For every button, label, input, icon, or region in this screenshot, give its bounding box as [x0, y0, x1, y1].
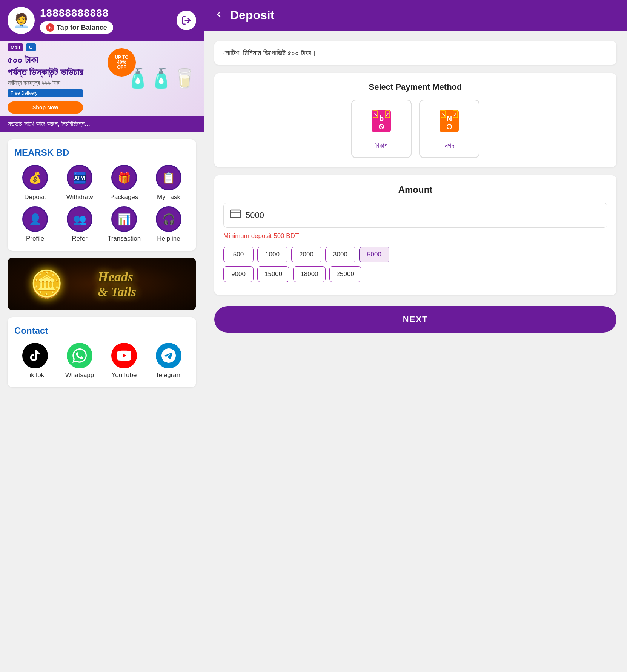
quick-15000[interactable]: 15000 [257, 266, 289, 282]
deposit-icon: 💰 [22, 165, 48, 190]
quick-5000[interactable]: 5000 [359, 247, 389, 262]
amount-input-row [223, 203, 607, 228]
menu-item-mytask[interactable]: 📋 My Task [148, 165, 189, 201]
bkash-label: বিকাশ [375, 142, 387, 150]
mall-tag: Mall [8, 43, 23, 51]
packages-icon: 🎁 [111, 165, 137, 190]
mytask-icon: 📋 [156, 165, 181, 190]
unilever-tag: U [26, 43, 35, 51]
tiktok-label: TikTok [26, 371, 45, 379]
whatsapp-icon [67, 343, 92, 368]
header-left: 🧑‍💼 18888888888 b Tap for Balance [8, 7, 113, 34]
contact-title: Contact [14, 325, 189, 336]
contact-whatsapp[interactable]: Whatsapp [59, 343, 100, 379]
quick-18000[interactable]: 18000 [293, 266, 325, 282]
banner-subtitle: সর্বনিম্ন ক্রয়মূল্য ৯৯৯ টাকা [8, 80, 83, 86]
refer-label: Refer [72, 235, 88, 242]
quick-25000[interactable]: 25000 [329, 266, 361, 282]
shop-now-button[interactable]: Shop Now [8, 101, 83, 114]
mytask-label: My Task [157, 193, 180, 201]
quick-3000[interactable]: 3000 [325, 247, 355, 262]
contact-telegram[interactable]: Telegram [148, 343, 189, 379]
payment-option-bkash[interactable]: b বিকাশ [351, 100, 412, 158]
banner-mall-row: Mall U [8, 43, 83, 51]
notice-text: নোটিশ: মিনিমাম ডিপোজিট ৫০০ টাকা। [223, 49, 316, 57]
icon-grid: 💰 Deposit 🏧 Withdraw 🎁 Packages 📋 My Tas… [14, 165, 189, 242]
profile-label: Profile [26, 235, 44, 242]
whatsapp-label: Whatsapp [65, 371, 94, 379]
payment-methods: b বিকাশ [223, 100, 607, 158]
helpline-icon: 🎧 [156, 206, 181, 232]
quick-amounts-row-2: 9000 15000 18000 25000 [223, 266, 607, 282]
app-header: 🧑‍💼 18888888888 b Tap for Balance [0, 0, 204, 41]
quick-2000[interactable]: 2000 [291, 247, 321, 262]
menu-item-packages[interactable]: 🎁 Packages [103, 165, 145, 201]
badge-off: OFF [117, 65, 126, 70]
next-button[interactable]: NEXT [214, 306, 616, 333]
menu-item-profile[interactable]: 👤 Profile [14, 206, 56, 242]
transaction-label: Transaction [108, 235, 141, 242]
mearsk-title: MEARSK BD [14, 147, 189, 158]
svg-rect-16 [230, 210, 241, 218]
menu-item-refer[interactable]: 👥 Refer [59, 206, 100, 242]
youtube-icon [111, 343, 137, 368]
withdraw-icon: 🏧 [67, 165, 92, 190]
free-delivery-tag: Free Delivery [8, 89, 83, 97]
deposit-label: Deposit [24, 193, 46, 201]
back-button[interactable] [214, 9, 223, 21]
deposit-header: Deposit [204, 0, 627, 31]
ticker-bar: সততার সাথে কাজ করুন, নিরবিচ্ছিন্ন... [0, 116, 204, 132]
right-panel: Deposit নোটিশ: মিনিমাম ডিপোজিট ৫০০ টাকা।… [204, 0, 627, 672]
discount-badge: UP TO 40% OFF [108, 48, 136, 77]
deposit-title: Deposit [230, 8, 274, 22]
banner-title-line2: পর্যন্ত ডিস্কাউন্ট ভাউচার [8, 66, 83, 78]
logout-button[interactable] [177, 11, 196, 30]
game-subtitle: & Tails [98, 285, 136, 299]
ticker-text: সততার সাথে কাজ করুন, নিরবিচ্ছিন্ন... [8, 120, 90, 127]
menu-item-withdraw[interactable]: 🏧 Withdraw [59, 165, 100, 201]
quick-9000[interactable]: 9000 [223, 266, 254, 282]
banner-products: 🧴🧴🥛 [126, 68, 196, 89]
header-info: 18888888888 b Tap for Balance [40, 7, 113, 34]
balance-button[interactable]: b Tap for Balance [40, 21, 113, 34]
menu-item-helpline[interactable]: 🎧 Helpline [148, 206, 189, 242]
withdraw-label: Withdraw [66, 193, 93, 201]
payment-box: Select Payment Method b [214, 73, 616, 167]
contact-grid: TikTok Whatsapp YouTube [14, 343, 189, 379]
menu-item-deposit[interactable]: 💰 Deposit [14, 165, 56, 201]
left-panel: 🧑‍💼 18888888888 b Tap for Balance Mall U… [0, 0, 204, 672]
game-title: Heads& Tails [98, 269, 136, 299]
mearsk-card: MEARSK BD 💰 Deposit 🏧 Withdraw 🎁 Package… [8, 139, 196, 251]
transaction-icon: 📊 [111, 206, 137, 232]
banner-title-line1: ৫০০ টাকা [8, 54, 38, 66]
profile-icon: 👤 [22, 206, 48, 232]
banner-title: ৫০০ টাকা পর্যন্ত ডিস্কাউন্ট ভাউচার [8, 54, 83, 78]
menu-item-transaction[interactable]: 📊 Transaction [103, 206, 145, 242]
nagad-label: নগদ [445, 142, 454, 150]
balance-icon: b [46, 23, 54, 32]
helpline-label: Helpline [157, 235, 180, 242]
banner-left: Mall U ৫০০ টাকা পর্যন্ত ডিস্কাউন্ট ভাউচা… [8, 43, 83, 113]
quick-1000[interactable]: 1000 [257, 247, 287, 262]
amount-input[interactable] [246, 210, 601, 220]
game-banner[interactable]: 🪙 Heads& Tails [8, 258, 196, 310]
amount-title: Amount [223, 184, 607, 195]
packages-label: Packages [110, 193, 138, 201]
svg-text:N: N [447, 114, 452, 123]
refer-icon: 👥 [67, 206, 92, 232]
payment-option-nagad[interactable]: N নগদ [419, 100, 479, 158]
contact-tiktok[interactable]: TikTok [14, 343, 56, 379]
telegram-label: Telegram [155, 371, 182, 379]
notice-box: নোটিশ: মিনিমাম ডিপোজিট ৫০০ টাকা। [214, 41, 616, 65]
quick-amounts-row-1: 500 1000 2000 3000 5000 [223, 247, 607, 262]
telegram-icon [156, 343, 181, 368]
bkash-icon: b [370, 108, 393, 138]
amount-money-icon [230, 208, 241, 222]
tiktok-icon [22, 343, 48, 368]
contact-card: Contact TikTok Whatsapp [8, 317, 196, 387]
main-content: MEARSK BD 💰 Deposit 🏧 Withdraw 🎁 Package… [0, 132, 204, 395]
game-coin-icon: 🪙 [30, 268, 63, 299]
quick-500[interactable]: 500 [223, 247, 254, 262]
youtube-label: YouTube [112, 371, 137, 379]
contact-youtube[interactable]: YouTube [103, 343, 145, 379]
